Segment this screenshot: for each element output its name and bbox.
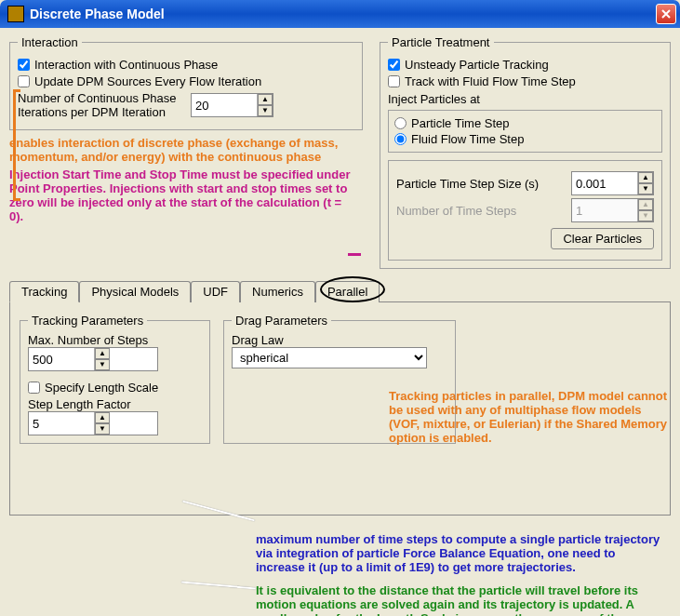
inject-radio-group: Particle Time Step Fluid Flow Time Step: [388, 110, 662, 153]
spin-up[interactable]: ▲: [95, 348, 110, 359]
cb-label: Unsteady Particle Tracking: [405, 58, 549, 72]
annotation-parallel: Tracking particles in parallel, DPM mode…: [389, 389, 668, 445]
spin-down[interactable]: ▼: [95, 359, 110, 370]
tss-label: Particle Time Step Size (s): [396, 177, 539, 191]
tab-bar: Tracking Physical Models UDF Numerics Pa…: [9, 280, 671, 301]
tab-physical-models[interactable]: Physical Models: [79, 281, 191, 302]
slf-input[interactable]: [29, 412, 94, 435]
annotation-lengthscale: It is equivalent to the distance that th…: [256, 583, 665, 616]
nsteps-input: [572, 199, 637, 221]
slf-label: Step Length Factor: [28, 397, 202, 411]
spin-down: ▼: [638, 210, 653, 221]
close-icon: [660, 8, 672, 20]
annotation-injection: Injection Start Time and Stop Time must …: [9, 167, 353, 223]
tab-parallel[interactable]: Parallel: [315, 281, 380, 302]
tracking-params-group: Tracking Parameters Max. Number of Steps…: [20, 314, 210, 444]
clear-particles-button[interactable]: Clear Particles: [551, 228, 654, 249]
update-dpm-checkbox[interactable]: [18, 75, 30, 87]
annotation-bracket: [13, 89, 20, 201]
unsteady-tracking-checkbox[interactable]: [388, 59, 400, 71]
inject-at-label: Inject Particles at: [388, 92, 662, 106]
annotation-leader: [181, 582, 256, 590]
particle-treatment-group: Particle Treatment Unsteady Particle Tra…: [380, 35, 671, 269]
nsteps-label: Number of Time Steps: [396, 204, 516, 218]
radio-label: Particle Time Step: [411, 116, 510, 130]
specify-length-checkbox[interactable]: [28, 382, 40, 394]
cb-label: Interaction with Continuous Phase: [34, 58, 218, 72]
fluid-timestep-radio[interactable]: [394, 133, 407, 145]
interaction-continuous-checkbox[interactable]: [18, 59, 30, 71]
interaction-legend: Interaction: [18, 35, 82, 49]
spin-up[interactable]: ▲: [95, 412, 110, 423]
iterations-input-wrap: ▲▼: [191, 93, 273, 117]
close-button[interactable]: [656, 4, 676, 24]
title-bar: Discrete Phase Model: [0, 0, 680, 28]
spin-up[interactable]: ▲: [258, 94, 273, 105]
track-fluid-checkbox[interactable]: [388, 75, 400, 87]
tracking-legend: Tracking Parameters: [28, 314, 147, 328]
cb-label: Specify Length Scale: [45, 381, 158, 395]
radio-label: Fluid Flow Time Step: [411, 132, 524, 146]
particle-timestep-radio[interactable]: [394, 117, 407, 129]
spin-down[interactable]: ▼: [638, 183, 653, 194]
interaction-group: Interaction Interaction with Continuous …: [9, 35, 363, 130]
maxsteps-label: Max. Number of Steps: [28, 333, 202, 347]
annotation-connector: [348, 253, 361, 256]
annotation-maxsteps: maximum number of time steps to compute …: [256, 532, 665, 574]
spin-down[interactable]: ▼: [95, 423, 110, 435]
drag-law-select[interactable]: spherical: [232, 347, 427, 368]
drag-law-label: Drag Law: [232, 333, 447, 347]
spin-up: ▲: [638, 199, 653, 210]
annotation-interaction: enables interaction of discrete phase (e…: [9, 136, 363, 164]
iter-label: Number of Continuous Phase Iterations pe…: [18, 91, 185, 119]
drag-legend: Drag Parameters: [232, 314, 331, 328]
spin-up[interactable]: ▲: [638, 172, 653, 183]
spin-down[interactable]: ▼: [258, 105, 273, 116]
timestep-box: Particle Time Step Size (s) ▲▼ Number of…: [388, 160, 662, 261]
tab-numerics[interactable]: Numerics: [240, 281, 315, 302]
treatment-legend: Particle Treatment: [388, 35, 494, 49]
tab-udf[interactable]: UDF: [191, 281, 240, 302]
app-icon: [7, 6, 24, 22]
cb-label: Update DPM Sources Every Flow Iteration: [34, 74, 261, 88]
window-title: Discrete Phase Model: [30, 7, 165, 21]
maxsteps-input[interactable]: [29, 348, 94, 370]
particle-tss-input[interactable]: [572, 172, 637, 194]
tab-tracking[interactable]: Tracking: [9, 281, 79, 302]
cb-label: Track with Fluid Flow Time Step: [405, 74, 576, 88]
iterations-input[interactable]: [192, 94, 257, 116]
